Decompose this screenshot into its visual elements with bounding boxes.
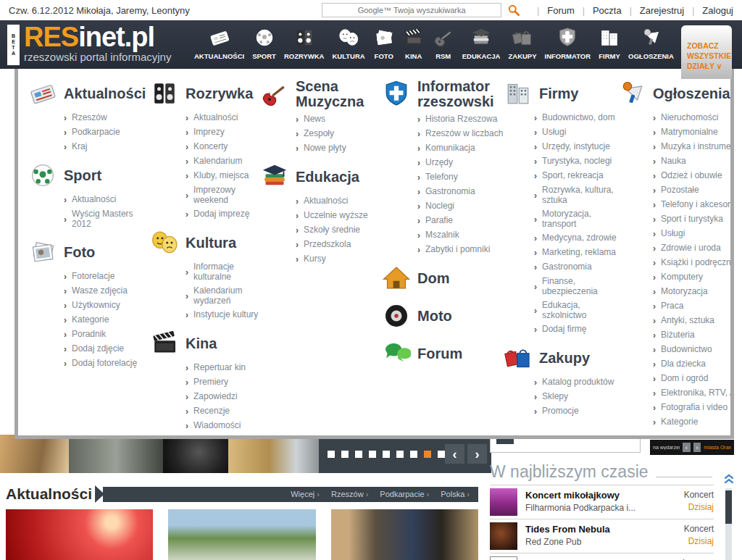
event-row[interactable]: Rzeszów Jazz Festiwal Impreza	[490, 553, 714, 560]
menu-item[interactable]: ›Edukacja, szkolnictwo	[534, 301, 617, 320]
carousel-dot[interactable]	[438, 451, 445, 458]
menu-item[interactable]: ›Kategorie	[64, 315, 150, 325]
menu-item[interactable]: ›Zespoły	[296, 129, 382, 139]
menu-section-header[interactable]: Kina	[150, 329, 260, 358]
top-link[interactable]: Zarejestruj	[622, 5, 685, 16]
menu-item[interactable]: ›Gastronomia	[534, 262, 617, 272]
news-filter-link[interactable]: Rzeszów	[331, 490, 368, 498]
menu-item[interactable]: ›Pozostałe	[653, 185, 730, 196]
menu-item[interactable]: ›Odzież i obuwie	[653, 171, 730, 181]
nav-item[interactable]: KULTURA	[332, 27, 364, 60]
nav-item[interactable]: EDUKACJA	[462, 27, 501, 60]
menu-item[interactable]: ›Zapowiedzi	[186, 392, 260, 402]
top-link[interactable]: Forum	[529, 5, 575, 16]
menu-item[interactable]: ›Katalog produktów	[534, 377, 617, 388]
carousel-dot[interactable]	[410, 451, 417, 458]
carousel-dot[interactable]	[383, 451, 390, 458]
events-scrollbar[interactable]	[725, 488, 732, 560]
menu-item[interactable]: ›Noclegi	[417, 201, 504, 212]
carousel-slide[interactable]	[228, 435, 319, 473]
menu-item[interactable]: ›Finanse, ubezpieczenia	[534, 277, 617, 296]
menu-item[interactable]: ›Sport, rekreacja	[534, 171, 617, 181]
menu-item[interactable]: ›Kategorie	[653, 417, 730, 427]
menu-item[interactable]: ›Nieruchomości	[653, 113, 730, 123]
carousel-dot[interactable]	[328, 451, 335, 458]
all-sections-button[interactable]: ZOBACZ WSZYSTKIE DZIAŁY ∨	[681, 25, 732, 79]
menu-section-header[interactable]: Informator rzeszowski	[382, 79, 504, 109]
nav-item[interactable]: KINA	[403, 27, 425, 60]
nav-item[interactable]: FOTO	[373, 27, 395, 60]
menu-item[interactable]: ›Rzeszów w liczbach	[417, 129, 504, 139]
menu-item[interactable]: ›Premiery	[186, 377, 260, 388]
menu-section-header[interactable]: Scena Muzyczna	[260, 79, 382, 109]
top-link[interactable]: Zaloguj	[684, 5, 733, 16]
menu-item[interactable]: ›Recenzje	[186, 406, 260, 417]
menu-item[interactable]: ›Marketing, reklama	[534, 248, 617, 258]
menu-item[interactable]: ›Dodaj firmę	[534, 325, 617, 335]
menu-item[interactable]: ›Dodaj zdjęcie	[64, 344, 150, 354]
scrollbar-thumb[interactable]	[725, 490, 732, 524]
menu-item[interactable]: ›Elektronika, RTV, AGD	[653, 388, 730, 398]
menu-item[interactable]: ›Telefony i akcesoria	[653, 200, 730, 210]
nav-item[interactable]: AKTUALNOŚCI	[194, 27, 244, 60]
carousel-dot[interactable]	[369, 451, 376, 458]
carousel-dot[interactable]	[396, 451, 404, 458]
menu-section-header[interactable]: Moto	[382, 301, 504, 330]
nav-item[interactable]: ZAKUPY	[508, 27, 536, 60]
menu-item[interactable]: ›Sport i turystyka	[653, 214, 730, 225]
menu-section-header[interactable]: Edukacja	[260, 162, 382, 191]
menu-item[interactable]: ›Nauka	[653, 156, 730, 167]
menu-item[interactable]: ›Kalendarium wydarzeń	[186, 286, 260, 306]
carousel-prev-button[interactable]: ‹	[445, 444, 464, 464]
menu-item[interactable]: ›Fotorelacje	[64, 272, 150, 282]
top-link[interactable]: Poczta	[575, 5, 622, 16]
menu-item[interactable]: ›Komunikacja	[417, 143, 504, 154]
menu-item[interactable]: ›Zabytki i pomniki	[417, 245, 504, 255]
menu-item[interactable]: ›Aktualności	[186, 113, 260, 123]
menu-item[interactable]: ›Aktualności	[64, 195, 150, 205]
menu-item[interactable]: ›Parafie	[417, 216, 504, 226]
chevup-icon[interactable]	[722, 472, 735, 485]
news-filter-link[interactable]: Więcej	[291, 490, 320, 498]
carousel-dot[interactable]	[424, 451, 431, 458]
menu-item[interactable]: ›Repertuar kin	[186, 363, 260, 373]
menu-item[interactable]: ›Instytucje kultury	[186, 310, 260, 320]
menu-item[interactable]: ›Budownictwo	[653, 345, 730, 355]
menu-item[interactable]: ›Biżuteria	[653, 330, 730, 340]
menu-section-header[interactable]: Foto	[28, 238, 150, 267]
menu-item[interactable]: ›Urzędy, instytucje	[534, 142, 617, 152]
news-filter-link[interactable]: Podkarpacie	[380, 490, 429, 498]
news-filter-link[interactable]: Polska	[441, 490, 470, 498]
menu-item[interactable]: ›Poradnik	[64, 330, 150, 340]
carousel-slide[interactable]	[0, 435, 69, 473]
nav-item[interactable]: RSM	[433, 27, 454, 60]
menu-item[interactable]: ›Motoryzacja	[653, 287, 730, 297]
menu-item[interactable]: ›Szkoły średnie	[296, 225, 382, 235]
carousel-dot[interactable]	[355, 451, 362, 458]
menu-item[interactable]: ›Sklepy	[534, 392, 617, 402]
menu-item[interactable]: ›Wyścig Masters 2012	[64, 209, 150, 229]
menu-item[interactable]: ›Telefony	[417, 172, 504, 183]
menu-section-header[interactable]: Zakupy	[504, 343, 617, 372]
menu-item[interactable]: ›Mszalnik	[417, 230, 504, 241]
nav-item[interactable]: FIRMY	[599, 27, 620, 60]
nav-item[interactable]: ROZRYWKA	[284, 27, 325, 60]
menu-section-header[interactable]: Kultura	[150, 228, 260, 257]
menu-item[interactable]: ›Przedszkola	[296, 240, 382, 250]
menu-item[interactable]: ›Kalendarium	[186, 156, 260, 167]
menu-item[interactable]: ›Urzędy	[417, 158, 504, 168]
menu-item[interactable]: ›Uczelnie wyższe	[296, 211, 382, 221]
menu-item[interactable]: ›Koncerty	[186, 142, 260, 152]
event-row[interactable]: Koncert mikołajkowy Filharmonia Podkarpa…	[490, 485, 714, 519]
menu-item[interactable]: ›Usługi	[653, 229, 730, 239]
menu-item[interactable]: ›Kluby, miejsca	[186, 171, 260, 181]
menu-item[interactable]: ›Wasze zdjęcia	[64, 286, 150, 296]
menu-item[interactable]: ›Budownictwo, dom	[534, 113, 617, 123]
carousel-dot[interactable]	[341, 451, 349, 458]
menu-section-header[interactable]: Forum	[382, 339, 504, 368]
search-input[interactable]	[322, 3, 501, 17]
menu-item[interactable]: ›Podkarpacie	[64, 128, 150, 138]
news-thumbnail[interactable]	[331, 509, 478, 560]
menu-item[interactable]: ›Antyki, sztuka	[653, 316, 730, 326]
menu-item[interactable]: ›Komputery	[653, 272, 730, 283]
